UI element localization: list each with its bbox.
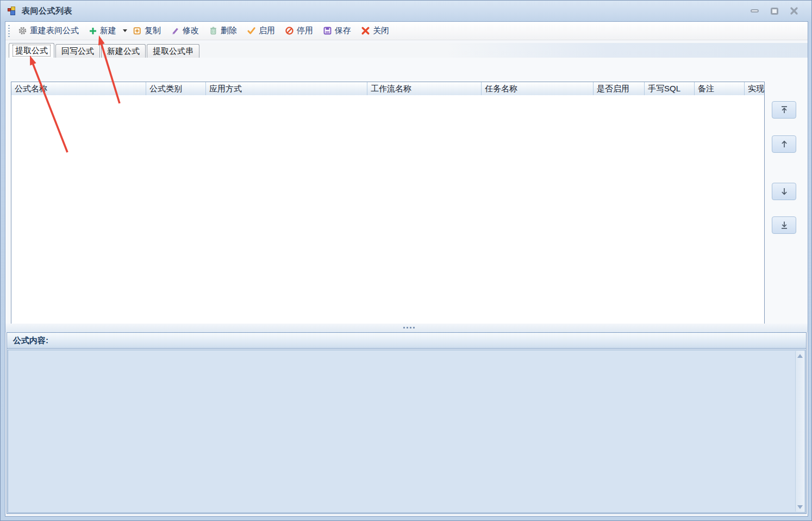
arrow-down-icon — [779, 186, 790, 197]
enable-button[interactable]: 启用 — [242, 23, 279, 38]
column-header-workflow-name[interactable]: 工作流名称 — [367, 82, 482, 95]
grid-header-row: 公式名称 公式类别 应用方式 工作流名称 任务名称 是否启用 手写SQL 备注 … — [11, 82, 764, 95]
scroll-up-button[interactable] — [796, 351, 804, 361]
toolbar-item-label: 关闭 — [373, 26, 389, 36]
move-up-button[interactable] — [772, 135, 796, 153]
vertical-scrollbar[interactable] — [795, 351, 804, 512]
tab-label: 回写公式 — [61, 46, 94, 55]
delete-button[interactable]: 删除 — [204, 23, 241, 38]
toolbar-item-label: 复制 — [145, 26, 161, 36]
tab-label: 提取公式串 — [153, 46, 193, 55]
horizontal-splitter[interactable] — [5, 324, 808, 332]
block-icon — [285, 26, 294, 35]
grid-body-empty[interactable] — [11, 95, 764, 332]
formula-content-textarea[interactable] — [8, 350, 805, 513]
column-header-formula-name[interactable]: 公式名称 — [11, 82, 146, 95]
modify-button[interactable]: 修改 — [166, 23, 203, 38]
move-down-button[interactable] — [772, 183, 796, 200]
maximize-button[interactable] — [769, 5, 780, 17]
arrow-to-top-icon — [779, 104, 790, 115]
new-button[interactable]: 新建 — [84, 23, 121, 38]
triangle-up-icon — [797, 354, 803, 358]
maximize-icon — [771, 8, 778, 15]
arrow-to-bottom-icon — [779, 220, 790, 231]
triangle-down-icon — [797, 505, 803, 509]
tab-extract-formula-string[interactable]: 提取公式串 — [147, 44, 199, 58]
formula-content-panel: 公式内容: — [7, 332, 807, 514]
column-header-task-name[interactable]: 任务名称 — [482, 82, 594, 95]
close-button[interactable] — [788, 5, 799, 17]
arrow-up-icon — [779, 139, 790, 150]
app-window: 表间公式列表 重建表间公式 — [0, 0, 812, 521]
rebuild-formula-button[interactable]: 重建表间公式 — [14, 23, 83, 38]
tab-extract-formula[interactable]: 提取公式 — [9, 43, 54, 58]
column-header-apply-method[interactable]: 应用方式 — [206, 82, 367, 95]
pencil-icon — [171, 26, 180, 35]
copy-icon — [133, 26, 142, 35]
column-header-remark[interactable]: 备注 — [695, 82, 745, 95]
close-x-icon — [361, 26, 370, 35]
toolbar-item-label: 删除 — [221, 26, 237, 36]
formula-content-label: 公式内容: — [7, 333, 806, 349]
tab-label: 新建公式 — [107, 46, 140, 55]
toolbar-item-label: 修改 — [183, 26, 199, 36]
tab-writeback-formula[interactable]: 回写公式 — [55, 44, 100, 58]
client-area: 重建表间公式 新建 复制 修改 — [5, 21, 808, 517]
check-icon — [247, 26, 256, 35]
column-header-handwritten-sql[interactable]: 手写SQL — [645, 82, 695, 95]
column-header-formula-type[interactable]: 公式类别 — [146, 82, 206, 95]
tab-new-formula[interactable]: 新建公式 — [101, 44, 146, 58]
column-header-implementation[interactable]: 实现 — [745, 82, 764, 95]
toolbar-item-label: 重建表间公式 — [30, 26, 79, 36]
toolbar-item-label: 启用 — [259, 26, 275, 36]
titlebar: 表间公式列表 — [1, 1, 811, 21]
gear-icon — [18, 26, 27, 35]
new-dropdown-arrow-icon[interactable] — [123, 29, 127, 32]
toolbar-grip[interactable] — [8, 25, 10, 37]
window-controls — [749, 5, 806, 17]
save-button[interactable]: 保存 — [318, 23, 355, 38]
tab-label: 提取公式 — [13, 45, 51, 57]
minimize-icon — [751, 9, 759, 13]
toolbar-item-label: 停用 — [297, 26, 313, 36]
toolbar-item-label: 保存 — [335, 26, 351, 36]
form-icon — [8, 7, 17, 16]
scroll-down-button[interactable] — [796, 502, 804, 512]
save-icon — [323, 26, 332, 35]
plus-icon — [89, 27, 97, 35]
move-to-bottom-button[interactable] — [772, 216, 796, 234]
close-icon — [790, 7, 798, 15]
tab-strip: 提取公式 回写公式 新建公式 提取公式串 — [5, 43, 808, 58]
column-header-enabled[interactable]: 是否启用 — [594, 82, 645, 95]
move-to-top-button[interactable] — [772, 101, 796, 119]
trash-icon — [209, 26, 218, 35]
close-window-button[interactable]: 关闭 — [357, 23, 393, 38]
formula-grid: 公式名称 公式类别 应用方式 工作流名称 任务名称 是否启用 手写SQL 备注 … — [11, 82, 765, 344]
window-title: 表间公式列表 — [22, 6, 72, 16]
toolbar: 重建表间公式 新建 复制 修改 — [5, 22, 808, 40]
minimize-button[interactable] — [749, 5, 760, 17]
copy-button[interactable]: 复制 — [128, 23, 165, 38]
tab-page: 公式名称 公式类别 应用方式 工作流名称 任务名称 是否启用 手写SQL 备注 … — [5, 58, 808, 324]
disable-button[interactable]: 停用 — [280, 23, 317, 38]
splitter-grip-icon — [403, 327, 415, 328]
toolbar-item-label: 新建 — [100, 26, 116, 36]
